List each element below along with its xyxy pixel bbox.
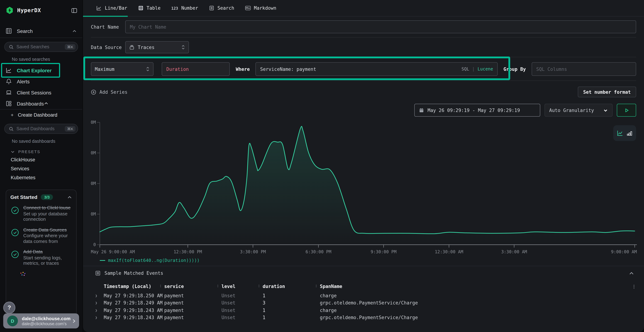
set-number-format-button[interactable]: Set number format (578, 86, 636, 97)
chart-name-input[interactable]: My Chart Name (125, 20, 636, 33)
cell-service: payment (164, 308, 222, 313)
svg-text:600M: 600M (91, 120, 96, 125)
group-by-label: Group By (504, 66, 526, 72)
user-menu[interactable]: D dale@clickhouse.com dale@clickhouse.co… (3, 314, 79, 328)
sidebar-section-search[interactable]: Search (0, 24, 82, 38)
expand-row-icon[interactable]: ❯ (95, 316, 104, 320)
chevron-up-icon[interactable] (67, 195, 72, 200)
cell-service: payment (164, 300, 222, 306)
field-input[interactable]: Duration (162, 62, 230, 76)
saved-dashboards-placeholder: Saved Dashboards (16, 126, 65, 131)
expand-row-icon[interactable]: ❯ (95, 301, 104, 305)
saved-searches-input[interactable]: Saved Searches ⌘K (4, 42, 78, 52)
calendar-icon (419, 108, 424, 113)
get-started-item[interactable]: Connect to ClickHouse Set up your databa… (10, 205, 72, 222)
data-source-select[interactable]: Traces (125, 41, 189, 53)
sidebar-item-chart-explorer-label: Chart Explorer (17, 68, 52, 73)
chevron-down-icon (11, 150, 15, 154)
bar-chart-toggle-icon[interactable] (626, 130, 632, 136)
cell-spanname: charge (320, 293, 628, 298)
granularity-value: Auto Granularity (549, 108, 594, 113)
help-question-label: ? (8, 304, 11, 311)
svg-text:9:30:00 PM: 9:30:00 PM (371, 249, 396, 254)
col-timestamp[interactable]: Timestamp (Local) (104, 284, 164, 289)
data-source-row: Data Source Traces (91, 38, 636, 57)
get-started-item-title: Create Data Sources (23, 227, 72, 232)
expand-row-icon[interactable]: ❯ (95, 308, 104, 312)
table-row[interactable]: ❯ May 27 9:29:18.249 AM payment Unset 3 … (95, 299, 636, 306)
table-grid-icon (138, 5, 143, 11)
table-row[interactable]: ❯ May 27 9:29:18.250 AM payment Unset 1 … (95, 292, 636, 299)
create-dashboard-button[interactable]: + Create Dashboard (0, 110, 82, 120)
get-started-item-subtitle: Start sending logs, metrics, or traces (23, 255, 72, 266)
presets-toggle[interactable]: PRESETS (0, 147, 82, 155)
sidebar-item-chart-explorer[interactable]: Chart Explorer (0, 65, 82, 76)
where-input[interactable]: ServiceName: payment SQL | Lucene (256, 62, 498, 76)
run-query-button[interactable] (617, 104, 636, 117)
tab-table[interactable]: Table (132, 0, 166, 16)
granularity-select[interactable]: Auto Granularity (544, 104, 612, 117)
table-options-kebab-icon[interactable]: ⋮ (632, 284, 636, 289)
get-started-item-partially-hidden (10, 272, 72, 276)
sample-events-title: Sample Matched Events (104, 270, 163, 276)
series-row: Maximum Duration Where ServiceName: paym… (91, 57, 636, 80)
table-row[interactable]: ❯ May 27 9:29:18.243 AM payment Unset 1 … (95, 314, 636, 321)
preset-kubernetes[interactable]: Kubernetes (0, 173, 82, 182)
laptop-icon (6, 90, 12, 96)
cell-timestamp: May 27 9:29:18.249 AM (104, 300, 164, 306)
table-row[interactable]: ❯ May 27 9:29:18.243 AM payment Unset 1 … (95, 306, 636, 314)
date-range-input[interactable]: May 26 09:29:19 - May 27 09:29:19 (414, 104, 540, 117)
data-source-value: Traces (138, 44, 154, 50)
expand-row-icon[interactable]: ❯ (95, 294, 104, 298)
col-level[interactable]: ⁞level (222, 284, 262, 289)
tab-markdown[interactable]: Markdown (240, 0, 282, 16)
cell-timestamp: May 27 9:29:18.243 AM (104, 308, 164, 313)
plus-icon: + (11, 112, 14, 118)
preset-clickhouse[interactable]: ClickHouse (0, 155, 82, 164)
preset-services[interactable]: Services (0, 164, 82, 173)
column-separator-icon: ⁞ (217, 284, 218, 288)
shortcut-badge: ⌘K (65, 44, 76, 50)
tab-table-label: Table (146, 5, 160, 11)
app: HyperDX Search Saved Searches ⌘K No save… (0, 0, 644, 332)
timeseries-chart[interactable]: 0150M300M450M600MMay 26 9:00:00 AM12:30:… (91, 120, 637, 256)
col-duration[interactable]: ⁞duration (262, 284, 320, 289)
help-button[interactable]: ? (3, 302, 16, 314)
sidebar-item-client-sessions[interactable]: Client Sessions (0, 87, 82, 98)
chart-legend: maxIf(toFloat640..ng(Duration))))) (100, 258, 636, 263)
svg-text:9:00:00 AM: 9:00:00 AM (611, 249, 637, 254)
circle-plus-icon (91, 89, 96, 95)
col-service[interactable]: ⁞service (164, 284, 222, 289)
lucene-mode-button[interactable]: Lucene (478, 66, 493, 72)
saved-dashboards-input[interactable]: Saved Dashboards ⌘K (4, 124, 78, 134)
aggregation-select[interactable]: Maximum (91, 62, 154, 76)
sidebar-header: HyperDX (0, 0, 82, 19)
collapse-sidebar-icon[interactable] (71, 7, 77, 14)
divider (0, 38, 82, 38)
cell-spanname: grpc.oteldemo.PaymentService/Charge (320, 300, 628, 306)
where-label: Where (236, 66, 250, 72)
add-series-button[interactable]: Add Series (91, 89, 128, 95)
sql-mode-button[interactable]: SQL (462, 66, 469, 72)
chart-name-label: Chart Name (91, 24, 125, 30)
svg-text:450M: 450M (91, 150, 96, 156)
select-updown-icon (146, 66, 150, 72)
hyperdx-logo-icon (6, 6, 14, 14)
group-by-input[interactable]: SQL Columns (532, 62, 636, 76)
sidebar-item-dashboards[interactable]: Dashboards (0, 98, 82, 109)
svg-text:150M: 150M (91, 212, 96, 216)
confetti-icon (20, 272, 26, 276)
col-spanname[interactable]: ⁞SpanName (320, 284, 628, 289)
tab-search[interactable]: Search (204, 0, 240, 16)
sidebar-item-alerts[interactable]: Alerts (0, 76, 82, 87)
query-language-switch: SQL | Lucene (462, 66, 493, 72)
main-panel: Line/Bar Table 123 Number Search Markdow… (83, 0, 644, 332)
get-started-item[interactable]: Create Data Sources Configure where your… (10, 227, 72, 244)
collapse-section-icon[interactable] (629, 271, 636, 276)
line-chart-toggle-icon[interactable] (617, 130, 623, 136)
get-started-item[interactable]: Add Data Start sending logs, metrics, or… (10, 249, 72, 266)
tab-number[interactable]: 123 Number (166, 0, 204, 16)
svg-text:0: 0 (94, 242, 96, 247)
tab-line-bar[interactable]: Line/Bar (91, 0, 132, 16)
legend-line-swatch (100, 260, 105, 261)
